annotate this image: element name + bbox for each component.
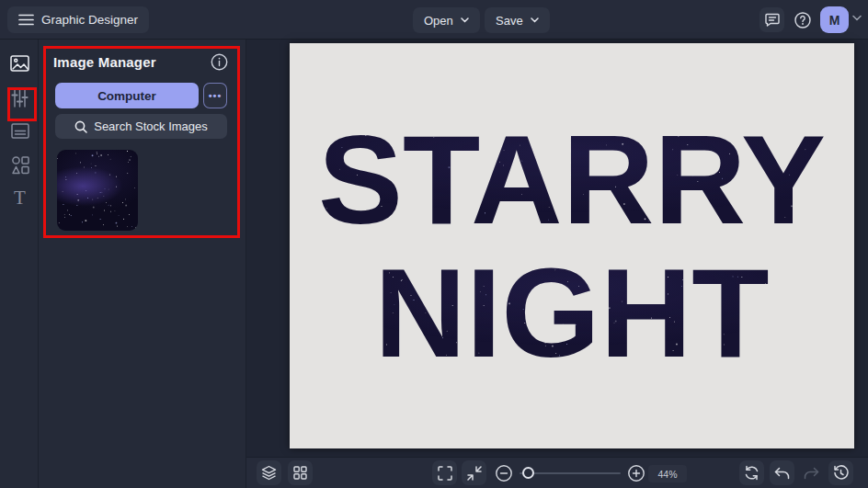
text-icon: T: [14, 188, 26, 208]
grid-icon: [293, 466, 307, 480]
redo-button[interactable]: [799, 460, 824, 485]
question-icon: [794, 11, 812, 29]
expand-icon: [438, 466, 452, 481]
user-avatar[interactable]: M: [820, 6, 849, 33]
account-chevron-down-icon[interactable]: [852, 15, 862, 21]
undo-button[interactable]: [770, 460, 794, 485]
reset-icon: [744, 465, 760, 481]
sidebar-item-graphics[interactable]: [9, 154, 30, 176]
hamburger-icon: [18, 14, 34, 26]
zoom-slider[interactable]: [520, 472, 621, 474]
sidebar-item-text[interactable]: T: [9, 187, 30, 209]
zoom-slider-handle[interactable]: [522, 467, 534, 479]
shapes-icon: [11, 155, 29, 175]
open-button[interactable]: Open: [413, 7, 480, 33]
canvas-workarea: STARRY NIGHT: [246, 40, 868, 457]
canvas-text-line2[interactable]: NIGHT: [374, 246, 769, 380]
info-icon[interactable]: [211, 53, 228, 71]
image-manager-panel: Image Manager Computer ••• Search Stock …: [39, 40, 246, 488]
redo-icon: [804, 467, 819, 480]
fit-screen-icon: [467, 466, 482, 481]
zoom-out-button[interactable]: [491, 460, 516, 485]
layers-icon: [261, 465, 277, 481]
history-icon: [833, 465, 849, 481]
design-canvas[interactable]: STARRY NIGHT: [290, 43, 854, 448]
chat-icon: [765, 13, 780, 27]
main-menu-button[interactable]: Graphic Designer: [7, 6, 149, 33]
ellipsis-icon: •••: [209, 90, 223, 101]
canvas-text-line1[interactable]: STARRY: [318, 113, 826, 246]
zoom-out-icon: [495, 464, 513, 482]
bottom-toolbar: 44%: [246, 457, 868, 488]
zoom-in-button[interactable]: [623, 460, 648, 485]
save-button[interactable]: Save: [485, 7, 550, 33]
sidebar-item-templates[interactable]: [9, 120, 30, 142]
zoom-level-field[interactable]: 44%: [648, 465, 687, 482]
chevron-down-icon: [461, 17, 469, 23]
feedback-button[interactable]: [760, 7, 784, 32]
zoom-in-icon: [627, 464, 645, 482]
fit-to-screen-button[interactable]: [462, 460, 486, 485]
sidebar-item-images[interactable]: [9, 52, 30, 74]
grid-view-button[interactable]: [288, 460, 313, 485]
image-icon: [10, 55, 29, 72]
tool-sidebar: T: [0, 40, 39, 488]
app-title: Graphic Designer: [41, 13, 138, 27]
chevron-down-icon: [531, 17, 539, 23]
search-icon: [74, 120, 87, 133]
more-options-button[interactable]: •••: [203, 83, 227, 108]
computer-upload-button[interactable]: Computer: [55, 83, 199, 108]
starry-night-thumbnail[interactable]: [57, 150, 138, 231]
sidebar-item-edit[interactable]: [9, 87, 30, 108]
fullscreen-button[interactable]: [432, 460, 457, 485]
history-button[interactable]: [828, 460, 853, 485]
search-stock-images-button[interactable]: Search Stock Images: [55, 114, 227, 139]
help-button[interactable]: [790, 7, 815, 32]
topbar: Graphic Designer Open Save M: [0, 0, 868, 40]
undo-icon: [774, 467, 790, 480]
layers-button[interactable]: [257, 460, 281, 485]
panel-title: Image Manager: [53, 54, 156, 70]
reset-button[interactable]: [739, 460, 764, 485]
graphic-designer-app: Graphic Designer Open Save M: [0, 0, 868, 488]
sliders-icon: [11, 89, 29, 108]
frame-icon: [11, 123, 29, 139]
